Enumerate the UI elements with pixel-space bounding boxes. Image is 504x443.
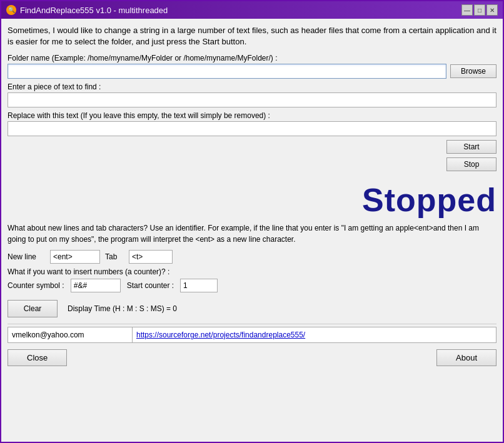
start-counter-input[interactable] [180,279,218,292]
tab-label: Tab [105,252,124,261]
app-icon: 🔍 [6,5,16,15]
title-bar-left: 🔍 FindAndReplace555 v1.0 - multithreaded [6,5,168,15]
replace-field: Replace with this text (If you leave thi… [8,111,496,136]
folder-input[interactable] [8,64,446,79]
clear-button[interactable]: Clear [8,300,58,317]
content-area: Sometimes, I would like to change a stri… [1,19,503,442]
minimize-button[interactable]: — [461,4,473,16]
description-text: Sometimes, I would like to change a stri… [8,25,496,47]
replace-label: Replace with this text (If you leave thi… [8,111,496,120]
what-if-label: What if you want to insert numbers (a co… [8,267,496,276]
folder-field: Folder name (Example: /home/myname/MyFol… [8,54,496,79]
tab-input[interactable] [129,250,173,264]
title-controls: — □ ✕ [461,4,498,16]
url-link[interactable]: https://sourceforge.net/projects/findand… [133,327,496,343]
about-button[interactable]: About [436,349,496,366]
bottom-buttons: Close About [8,347,496,369]
maximize-button[interactable]: □ [474,4,485,16]
find-label: Enter a piece of text to find : [8,82,496,91]
divider [8,324,496,324]
replace-input[interactable] [8,121,496,136]
clear-area: Clear Display Time (H : M : S : MS) = 0 [8,297,496,317]
folder-label: Folder name (Example: /home/myname/MyFol… [8,54,496,62]
title-bar: 🔍 FindAndReplace555 v1.0 - multithreaded… [1,1,503,19]
close-button[interactable]: Close [8,349,67,366]
newline-tab-row: New line Tab [8,250,496,264]
folder-row: Browse [8,64,496,79]
find-input[interactable] [8,92,496,107]
window-title: FindAndReplace555 v1.0 - multithreaded [20,6,168,15]
footer-links: vmelkon@yahoo.com https://sourceforge.ne… [8,327,496,343]
display-time: Display Time (H : M : S : MS) = 0 [68,304,177,313]
browse-button[interactable]: Browse [450,64,496,78]
start-counter-label: Start counter : [127,281,174,290]
counter-row: Counter symbol : Start counter : [8,279,496,292]
counter-symbol-input[interactable] [71,279,121,292]
new-line-label: New line [8,252,45,261]
start-button[interactable]: Start [446,140,496,154]
find-field: Enter a piece of text to find : [8,82,496,107]
email-display: vmelkon@yahoo.com [8,327,133,343]
stopped-status: Stopped [362,181,496,219]
counter-symbol-label: Counter symbol : [8,281,64,290]
new-line-input[interactable] [50,250,100,264]
stop-button[interactable]: Stop [446,157,496,171]
window-close-button[interactable]: ✕ [486,4,498,16]
info-text: What about new lines and tab characters?… [8,222,496,245]
main-window: 🔍 FindAndReplace555 v1.0 - multithreaded… [0,0,504,443]
